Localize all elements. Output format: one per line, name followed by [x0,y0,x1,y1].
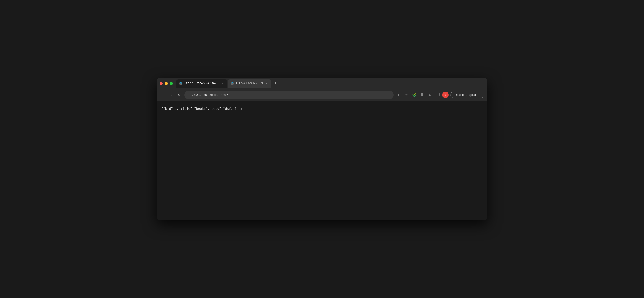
nav-actions: ⬆ ☆ 🧩 ⬇ [396,92,484,98]
new-tab-button[interactable]: + [272,80,278,87]
profile-initial: E [444,93,446,96]
forward-icon: → [170,93,172,97]
tab-2[interactable]: 🌐 127.0.0.1:8081/book/1 ✕ [228,79,271,88]
relaunch-button[interactable]: Relaunch to update ⋮ [450,92,484,98]
browser-window: 🌐 127.0.0.1:8500/book/1?test=1 ✕ 🌐 127.0… [157,78,487,220]
back-button[interactable]: ← [160,92,166,98]
title-bar: 🌐 127.0.0.1:8500/book/1?test=1 ✕ 🌐 127.0… [157,78,487,89]
close-button[interactable] [160,82,163,85]
puzzle-icon: 🧩 [412,93,416,97]
globe-icon-2: 🌐 [231,82,234,84]
address-prefix: 127.0.0.1:8500/book/1?test=1 [190,93,230,96]
media-button[interactable] [419,92,425,98]
tab-1[interactable]: 🌐 127.0.0.1:8500/book/1?test=1 ✕ [176,79,227,88]
traffic-lights [160,82,173,85]
page-content: {"bid":1,"title":"book1","desc":"dsfdsfs… [157,101,487,220]
forward-button[interactable]: → [168,92,174,98]
relaunch-label: Relaunch to update [454,93,478,96]
download-button[interactable]: ⬇ [427,92,433,98]
svg-rect-3 [436,93,439,96]
chevron-down-icon: ⌄ [482,81,484,85]
reload-button[interactable]: ↻ [176,92,182,98]
svg-rect-1 [421,94,424,95]
more-icon: ⋮ [478,93,481,96]
json-response: {"bid":1,"title":"book1","desc":"dsfdsfs… [161,106,483,111]
tab-2-close[interactable]: ✕ [265,82,268,85]
profile-button[interactable]: E [442,92,449,98]
plus-icon: + [274,81,277,86]
tabs-area: 🌐 127.0.0.1:8500/book/1?test=1 ✕ 🌐 127.0… [176,79,327,88]
nav-bar: ← → ↻ ℹ 127.0.0.1:8500/book/1?test=1 ⬆ ☆… [157,89,487,101]
info-icon: ℹ [188,93,188,96]
svg-rect-0 [421,93,424,94]
tab-2-title: 127.0.0.1:8081/book/1 [236,82,263,85]
tab-2-favicon: 🌐 [231,82,234,85]
tab-1-title: 127.0.0.1:8500/book/1?test=1 [184,82,219,85]
share-button[interactable]: ⬆ [396,92,402,98]
minimize-button[interactable] [164,82,168,85]
bookmark-button[interactable]: ☆ [403,92,410,98]
address-bar[interactable]: ℹ 127.0.0.1:8500/book/1?test=1 [184,91,394,99]
expand-button[interactable]: ⌄ [482,81,484,85]
star-icon: ☆ [405,93,408,97]
sidebar-icon [436,93,440,97]
svg-rect-2 [421,95,422,96]
share-icon: ⬆ [397,93,400,97]
back-icon: ← [161,93,164,97]
tab-1-favicon: 🌐 [179,82,182,85]
sidebar-button[interactable] [434,92,441,98]
address-text[interactable]: 127.0.0.1:8500/book/1?test=1 [190,93,390,96]
tab-1-close[interactable]: ✕ [220,82,224,85]
media-icon [420,93,424,97]
maximize-button[interactable] [170,82,173,85]
download-icon: ⬇ [428,93,431,97]
extensions-button[interactable]: 🧩 [411,92,418,98]
globe-icon: 🌐 [180,82,182,84]
reload-icon: ↻ [178,93,180,97]
